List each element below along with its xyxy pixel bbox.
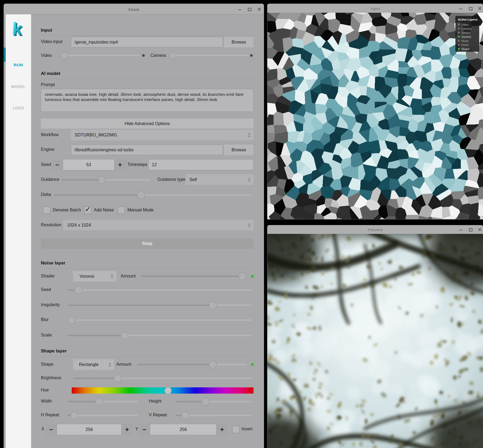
sidebar-item-run[interactable]: RUN	[6, 63, 31, 67]
guidance-slider-fill	[62, 179, 102, 181]
hue-slider-thumb[interactable]	[165, 387, 172, 394]
manual-mode-checkbox[interactable]	[118, 207, 125, 214]
shape-amount-slider-fill	[137, 364, 213, 365]
seed-value: 53	[86, 162, 91, 167]
delta-slider[interactable]	[54, 194, 251, 196]
v-repeat-slider-thumb[interactable]	[181, 411, 189, 419]
browse-engine-button[interactable]: Browse	[224, 145, 254, 155]
x-value: 256	[86, 427, 93, 432]
h-repeat-slider-thumb[interactable]	[71, 411, 78, 419]
noise-seed-slider-thumb[interactable]	[74, 286, 82, 294]
denoise-batch-checkbox[interactable]	[43, 207, 50, 214]
video-slider[interactable]	[62, 55, 140, 56]
layer-row[interactable]: Smoke	[458, 31, 477, 35]
scale-slider-fill	[67, 335, 124, 336]
video-input-field[interactable]: /genai_inputvideo.mp4	[71, 37, 223, 47]
section-divider	[41, 356, 254, 357]
layer-row[interactable]: Noise	[458, 39, 477, 43]
width-slider-thumb[interactable]	[95, 398, 103, 406]
x-plus-button[interactable]: +	[121, 424, 133, 435]
maximize-icon[interactable]	[468, 6, 473, 11]
ai-model-heading: AI model	[41, 71, 60, 76]
y-minus-button[interactable]: −	[139, 424, 150, 435]
preview-titlebar[interactable]: Preview	[267, 225, 483, 234]
timesteps-field[interactable]: 12	[148, 159, 254, 170]
engine-field[interactable]: /librediffusion/engines-sd-turbo	[71, 145, 223, 155]
guidance-slider-thumb[interactable]	[98, 176, 106, 184]
close-icon[interactable]	[478, 6, 482, 11]
brightness-slider[interactable]	[73, 378, 251, 379]
scale-slider-thumb[interactable]	[120, 332, 128, 339]
prompt-textarea[interactable]: cinematic, acacia koaia tree, high detai…	[41, 89, 254, 112]
camera-slider-thumb[interactable]	[169, 52, 176, 59]
x-minus-button[interactable]: −	[45, 424, 57, 435]
v-repeat-slider[interactable]	[175, 415, 251, 416]
close-icon[interactable]	[478, 227, 482, 232]
section-divider	[41, 79, 254, 79]
camera-slider[interactable]	[170, 55, 249, 56]
minimize-icon[interactable]	[459, 6, 463, 11]
seed-value-field[interactable]: 53	[63, 159, 114, 170]
height-slider-thumb[interactable]	[202, 398, 210, 406]
stop-button[interactable]: Stop	[41, 238, 254, 249]
scale-slider[interactable]	[67, 335, 251, 336]
blur-slider[interactable]	[67, 319, 251, 321]
minimize-icon[interactable]	[459, 227, 463, 232]
invert-label: Invert	[242, 427, 252, 431]
browse-video-button[interactable]: Browse	[224, 37, 254, 47]
layer-row[interactable]: Shape	[458, 47, 477, 51]
brightness-label: Brightness	[41, 375, 61, 380]
video-status-dot	[142, 54, 145, 57]
hue-slider[interactable]	[72, 387, 254, 394]
x-value-field[interactable]: 256	[57, 424, 121, 435]
guidance-type-label: Guidance type	[157, 177, 185, 182]
layer-row[interactable]: Video	[458, 22, 477, 27]
y-value: 256	[180, 427, 187, 432]
maximize-icon[interactable]	[247, 7, 252, 11]
close-icon[interactable]	[257, 7, 261, 11]
shape-amount-slider[interactable]	[137, 364, 247, 365]
hide-advanced-options-button[interactable]: Hide Advanced Options	[41, 119, 254, 129]
maximize-icon[interactable]	[468, 227, 473, 232]
minimize-icon[interactable]	[238, 7, 242, 11]
layer-row[interactable]: Voronoi	[458, 35, 477, 39]
section-divider	[41, 35, 254, 36]
noise-layer-heading: Noise layer	[41, 260, 65, 266]
iregularity-slider-thumb[interactable]	[209, 301, 217, 309]
preview-window-title: Preview	[368, 227, 383, 232]
add-noise-checkbox[interactable]: ✓	[84, 207, 91, 214]
shader-dropdown[interactable]: Voronoi	[73, 271, 116, 282]
noise-amount-slider[interactable]	[141, 276, 247, 277]
y-value-field[interactable]: 256	[150, 424, 216, 435]
shape-amount-slider-thumb[interactable]	[209, 361, 217, 368]
layer-row[interactable]: Camera	[458, 27, 477, 31]
noise-seed-slider[interactable]	[67, 289, 251, 291]
sidebar-item-logs[interactable]: LOGS	[6, 106, 31, 110]
height-slider[interactable]	[175, 401, 251, 402]
shape-dropdown[interactable]: Rectangle	[73, 359, 114, 370]
y-plus-button[interactable]: +	[216, 424, 228, 435]
h-repeat-slider[interactable]	[67, 415, 138, 416]
invert-checkbox[interactable]	[232, 426, 239, 433]
seed-plus-button[interactable]: +	[114, 159, 126, 170]
noise-amount-slider-thumb[interactable]	[239, 272, 247, 280]
video-slider-thumb[interactable]	[61, 52, 67, 59]
delta-label: Delta	[41, 192, 51, 197]
koaia-titlebar[interactable]: koaia	[4, 4, 264, 15]
width-slider[interactable]	[67, 401, 138, 402]
sidebar-item-model[interactable]: MODEL	[6, 84, 31, 89]
stop-label: Stop	[142, 241, 152, 246]
delta-slider-thumb[interactable]	[137, 191, 145, 199]
layer-row[interactable]: Perlin	[458, 43, 477, 47]
seed-minus-button[interactable]: −	[52, 159, 63, 170]
input-titlebar[interactable]: Input	[267, 4, 483, 13]
iregularity-slider[interactable]	[67, 305, 251, 306]
guidance-type-dropdown[interactable]: Self	[186, 174, 254, 185]
blur-slider-thumb[interactable]	[67, 316, 75, 324]
resolution-dropdown[interactable]: 1024 x 1024	[63, 220, 254, 230]
video-input-value: /genai_inputvideo.mp4	[74, 40, 118, 45]
brightness-slider-thumb[interactable]	[114, 374, 121, 382]
guidance-slider[interactable]	[62, 179, 150, 181]
layer-status-dot	[458, 44, 460, 46]
workflow-dropdown[interactable]: SDTURBO_IMG2IMG	[71, 130, 254, 140]
